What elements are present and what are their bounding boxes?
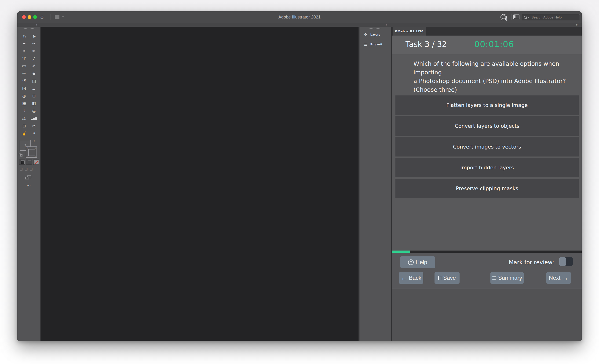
paint-style-buttons: [19, 159, 39, 165]
next-arrow-icon: →: [562, 275, 568, 281]
symbol-sprayer-icon: ⁂: [22, 116, 26, 121]
hand-icon: ✌: [22, 131, 26, 136]
mesh-tool[interactable]: ▦: [19, 100, 29, 107]
navigation-buttons: ← Back Save ☰ Summary Next →: [392, 272, 582, 284]
width-tool[interactable]: ⋈: [19, 85, 29, 92]
edit-toolbar-ellipsis-icon[interactable]: ⋯: [17, 183, 41, 188]
answer-list: Flatten layers to a single image Convert…: [396, 95, 579, 198]
summary-button[interactable]: ☰ Summary: [490, 272, 524, 284]
stroke-unknown-mark: ?: [27, 155, 28, 157]
symbol-sprayer-tool[interactable]: ⁂: [19, 115, 29, 122]
collapse-dock-icon[interactable]: «: [386, 23, 387, 26]
back-arrow-icon: ←: [401, 275, 407, 281]
panel-layout-icon[interactable]: [513, 15, 520, 19]
selection-tool[interactable]: △: [19, 32, 29, 40]
task-header: Task 3 / 32 00:01:06: [392, 35, 582, 54]
magic-wand-tool[interactable]: ✦: [19, 40, 29, 47]
eraser-tool[interactable]: ◆: [29, 70, 39, 77]
curvature-tool[interactable]: ✑: [29, 47, 39, 55]
direct-selection-tool[interactable]: ▲: [29, 32, 39, 40]
blend-tool[interactable]: ◎: [29, 107, 39, 115]
task-counter: Task 3 / 32: [405, 40, 447, 49]
answer-option[interactable]: Import hidden layers: [396, 158, 579, 177]
answer-option[interactable]: Convert images to vectors: [396, 137, 579, 156]
dock-item-label: Properti…: [370, 43, 385, 46]
default-fill-stroke-icon[interactable]: [19, 153, 23, 157]
expand-panel-icon[interactable]: »: [576, 23, 577, 26]
slice-tool[interactable]: ✂: [29, 122, 39, 130]
dock-item-layers[interactable]: ❖ Layers: [360, 30, 391, 38]
type-tool[interactable]: T: [19, 55, 29, 62]
eyedropper-tool[interactable]: ⇂: [19, 107, 29, 115]
panel-dock: ❖ Layers ☰ Properti…: [360, 27, 392, 341]
dock-item-label: Layers: [370, 33, 380, 36]
collapse-tools-icon[interactable]: «: [35, 23, 37, 26]
next-button[interactable]: Next →: [546, 272, 571, 284]
type-tool-icon: T: [22, 56, 26, 61]
answer-option[interactable]: Flatten layers to a single image: [396, 95, 579, 115]
question-line: (Choose three): [414, 85, 577, 94]
blend-icon: ◎: [32, 109, 36, 113]
shape-builder-tool[interactable]: ◍: [19, 92, 29, 100]
pencil-tool[interactable]: ✏: [19, 70, 29, 77]
save-button[interactable]: Save: [434, 272, 459, 284]
help-search-box: [522, 14, 580, 20]
help-button[interactable]: ? Help: [400, 256, 435, 268]
answer-option[interactable]: Convert layers to objects: [396, 116, 579, 136]
rotate-tool[interactable]: ↺: [19, 77, 29, 85]
draw-inside-icon[interactable]: ◰: [29, 167, 33, 171]
help-question-icon: ?: [408, 260, 414, 265]
task-timer: 00:01:06: [474, 39, 514, 49]
color-button[interactable]: [19, 159, 25, 165]
stroke-color-swatch[interactable]: ? ? ? ?: [26, 147, 37, 158]
column-graph-tool[interactable]: ▃▅▇: [29, 115, 39, 122]
share-account-icon[interactable]: +: [501, 14, 507, 20]
panel-header-strip: « « »: [17, 23, 582, 27]
paintbrush-tool[interactable]: ✐: [29, 62, 39, 70]
document-canvas[interactable]: [41, 27, 359, 341]
line-icon: ╱: [33, 56, 35, 61]
tab-gmetrix-ill-lita[interactable]: GMetrix ILL LITA: [393, 27, 426, 35]
titlebar: ⌂ Adobe Illustrator 2021 +: [17, 11, 582, 23]
perspective-grid-tool[interactable]: ⊞: [29, 92, 39, 100]
pencil-icon: ✏: [22, 71, 26, 76]
mark-for-review-label: Mark for review:: [509, 259, 554, 266]
zoom-tool[interactable]: ⚲: [29, 130, 39, 137]
rectangle-tool[interactable]: ▭: [19, 62, 29, 70]
sliders-icon: ☰: [363, 42, 368, 47]
gmetrix-panel: GMetrix ILL LITA Task 3 / 32 00:01:06 Wh…: [392, 27, 582, 341]
draw-behind-icon[interactable]: ◰: [25, 167, 28, 171]
search-input[interactable]: [531, 15, 571, 19]
free-transform-icon: ▱: [32, 86, 35, 91]
search-chevron-icon[interactable]: [528, 17, 529, 18]
window-title: Adobe Illustrator 2021: [17, 11, 582, 23]
selection-tool-icon: △: [21, 33, 27, 39]
swap-fill-stroke-icon[interactable]: ⇄: [32, 139, 35, 143]
pen-tool[interactable]: ✒: [19, 47, 29, 55]
back-button-label: Back: [409, 275, 421, 281]
back-button[interactable]: ← Back: [399, 272, 423, 284]
none-button[interactable]: [33, 159, 39, 165]
line-segment-tool[interactable]: ╱: [29, 55, 39, 62]
dock-item-properties[interactable]: ☰ Properti…: [360, 40, 391, 48]
toolbar-drag-handle[interactable]: [23, 28, 35, 29]
artboard-icon: ⊡: [22, 123, 26, 129]
answer-option[interactable]: Preserve clipping masks: [396, 179, 579, 198]
mark-for-review-toggle[interactable]: [559, 257, 573, 266]
direct-selection-tool-icon: ▲: [31, 33, 37, 39]
dock-drag-handle[interactable]: [369, 28, 382, 29]
toolbar: △ ▲ ✦ ∽ ✒ ✑ T ╱ ▭ ✐ ✏ ◆ ↺ ◳ ⋈ ▱ ◍ ⊞ ▦ ◧ …: [17, 27, 41, 341]
gradient-button[interactable]: [26, 159, 32, 165]
artboard-tool[interactable]: ⊡: [19, 122, 29, 130]
gradient-tool[interactable]: ◧: [29, 100, 39, 107]
gradient-icon: ◧: [32, 101, 36, 106]
change-screen-mode-icon[interactable]: [25, 175, 31, 180]
free-transform-tool[interactable]: ▱: [29, 85, 39, 92]
hand-tool[interactable]: ✌: [19, 130, 29, 137]
scale-tool[interactable]: ◳: [29, 77, 39, 85]
lasso-tool[interactable]: ∽: [29, 40, 39, 47]
paintbrush-icon: ✐: [32, 64, 35, 69]
draw-normal-icon[interactable]: ◰: [20, 167, 23, 171]
stroke-unknown-mark: ?: [27, 147, 28, 149]
drawing-mode-buttons: ◰ ◰ ◰: [20, 167, 33, 171]
